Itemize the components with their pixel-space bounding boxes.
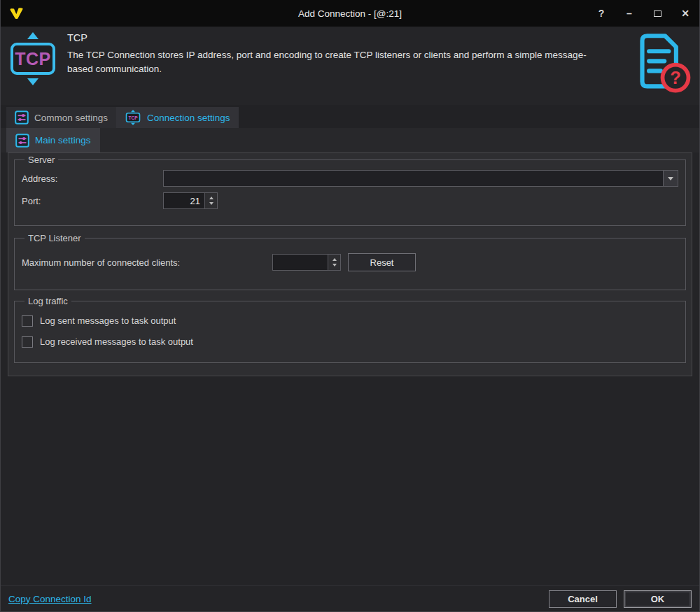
window-controls: ? – ✕ [587, 0, 699, 27]
document-help-icon[interactable]: ? [629, 31, 691, 97]
sliders-icon [15, 134, 29, 148]
tcp-mini-icon: TCP [125, 110, 141, 125]
log-received-checkbox[interactable] [22, 336, 33, 348]
log-received-label: Log received messages to task output [40, 336, 193, 347]
log-traffic-group: Log traffic Log sent messages to task ou… [14, 296, 686, 363]
address-label: Address: [22, 173, 163, 184]
settings-panel: Server Address: Port: [8, 152, 692, 376]
log-sent-label: Log sent messages to task output [40, 315, 176, 326]
tab-label: Connection settings [147, 113, 230, 123]
ok-button[interactable]: OK [624, 590, 692, 608]
tab-label: Common settings [34, 113, 108, 123]
spin-down-icon [332, 264, 337, 266]
address-input[interactable] [164, 171, 663, 186]
spin-up-icon [209, 197, 214, 199]
port-spinner[interactable] [163, 192, 218, 209]
svg-text:?: ? [670, 68, 681, 87]
port-label: Port: [22, 196, 163, 206]
spin-buttons[interactable] [328, 255, 340, 270]
spin-up-icon [332, 258, 337, 261]
arrow-down-icon [27, 78, 38, 85]
tab-main-settings[interactable]: Main settings [6, 128, 100, 152]
footer: Copy Connection Id Cancel OK [1, 585, 699, 611]
max-clients-label: Maximum number of connected clients: [22, 257, 272, 268]
add-connection-dialog: Add Connection - [@:21] ? – ✕ TCP TCP Th… [0, 0, 700, 612]
copy-connection-id-link[interactable]: Copy Connection Id [8, 594, 92, 604]
dropdown-button[interactable] [663, 171, 678, 186]
maximize-icon [654, 10, 662, 17]
tcp-mini-icon-label: TCP [128, 115, 138, 120]
tab-label: Main settings [35, 135, 91, 145]
chevron-down-icon [668, 177, 673, 180]
help-button[interactable]: ? [587, 0, 615, 27]
server-group: Server Address: Port: [14, 155, 686, 226]
tcp-badge: TCP [10, 43, 55, 75]
max-clients-input[interactable] [273, 255, 328, 270]
minimize-button[interactable]: – [615, 0, 643, 27]
description-text: The TCP Connection stores IP address, po… [67, 48, 612, 77]
page-title: TCP [67, 32, 612, 43]
group-title: Log traffic [24, 296, 71, 306]
tab-strip: Common settings TCP Connection settings [1, 105, 699, 128]
spin-down-icon [209, 202, 214, 205]
cancel-button[interactable]: Cancel [549, 590, 617, 608]
group-title: Server [24, 155, 58, 165]
address-combobox[interactable] [163, 170, 678, 187]
arrow-up-icon [27, 32, 38, 39]
reset-button[interactable]: Reset [348, 253, 416, 271]
sliders-icon [15, 111, 29, 124]
subtab-strip: Main settings [1, 128, 699, 152]
maximize-button[interactable] [643, 0, 671, 27]
tcp-connection-icon: TCP [8, 32, 58, 85]
close-button[interactable]: ✕ [671, 0, 699, 27]
spin-buttons[interactable] [204, 193, 217, 208]
log-sent-checkbox[interactable] [22, 315, 33, 327]
header: TCP TCP The TCP Connection stores IP add… [1, 27, 699, 105]
tab-connection-settings[interactable]: TCP Connection settings [116, 107, 239, 128]
titlebar: Add Connection - [@:21] ? – ✕ [1, 0, 699, 27]
max-clients-spinner[interactable] [272, 254, 341, 271]
group-title: TCP Listener [24, 233, 85, 243]
tcp-listener-group: TCP Listener Maximum number of connected… [14, 233, 686, 290]
port-input[interactable] [164, 193, 204, 208]
tab-common-settings[interactable]: Common settings [6, 107, 116, 128]
